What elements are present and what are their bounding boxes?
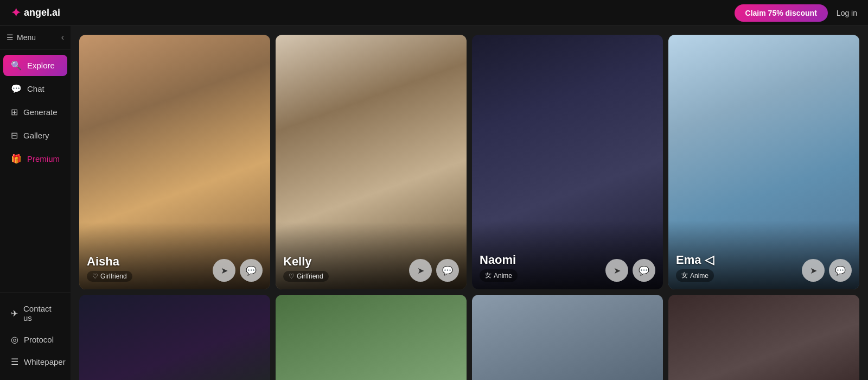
naomi-actions: ➤ 💬 [605,259,655,282]
jack-image [668,295,859,380]
kelly-tag-text: Girlfriend [297,273,323,280]
generate-icon: ⊞ [11,107,18,117]
sidebar-item-explore[interactable]: 🔍 Explore [3,55,67,76]
sidebar-item-premium[interactable]: 🎁 Premium [3,148,67,169]
character-grid: Aisha ♡ Girlfriend ➤ 💬 Kelly ♡ [79,35,859,380]
kelly-actions: ➤ 💬 [409,259,459,282]
card-kelly[interactable]: Kelly ♡ Girlfriend ➤ 💬 [276,35,467,289]
protocol-icon: ◎ [11,334,18,345]
header-right: Claim 75% discount Log in [735,4,857,22]
chat-label: Chat [27,84,44,93]
chat-icon: 💬 [11,84,22,94]
contact-label: Contact us [23,304,60,322]
explore-icon: 🔍 [11,60,22,71]
sidebar-item-protocol[interactable]: ◎ Protocol [3,329,67,350]
card-ethan[interactable]: Ethan ♡ Boyfriend [276,295,467,380]
card-naomi[interactable]: Naomi 女 Anime ➤ 💬 [472,35,663,289]
ema-actions: ➤ 💬 [802,259,852,282]
aisha-chat-button[interactable]: 💬 [240,259,263,282]
sidebar-item-contact[interactable]: ✈ Contact us [3,299,67,328]
naomi-send-button[interactable]: ➤ [605,259,628,282]
logo-icon: ✦ [11,6,21,20]
whitepaper-label: Whitepaper [24,357,66,366]
menu-text: Menu [17,33,36,42]
logo: ✦ angel.ai [11,6,60,20]
hamburger-icon: ☰ [7,33,14,42]
kelly-tag: ♡ Girlfriend [283,271,329,282]
card-aisha[interactable]: Aisha ♡ Girlfriend ➤ 💬 [79,35,270,289]
whitepaper-icon: ☰ [11,357,18,367]
sidebar-item-chat[interactable]: 💬 Chat [3,78,67,99]
sidebar-header: ☰ Menu ‹ [0,33,71,49]
logo-text: angel.ai [24,7,60,18]
premium-label: Premium [27,154,60,163]
kelly-send-button[interactable]: ➤ [409,259,432,282]
sidebar-item-whitepaper[interactable]: ☰ Whitepaper [3,351,67,372]
ethan-image [276,295,467,380]
aaron-image [472,295,663,380]
kelly-tag-icon: ♡ [289,273,295,280]
explore-label: Explore [27,61,55,70]
aisha-actions: ➤ 💬 [213,259,263,282]
sidebar: ☰ Menu ‹ 🔍 Explore 💬 Chat ⊞ Generate ⊟ G… [0,26,71,380]
aisha-send-button[interactable]: ➤ [213,259,235,282]
sidebar-item-gallery[interactable]: ⊟ Gallery [3,125,67,146]
protocol-label: Protocol [24,335,54,344]
naomi-tag-text: Anime [494,272,512,280]
card-jack[interactable]: Jack ♡ Boyfriend [668,295,859,380]
card-ema[interactable]: Ema ◁ 女 Anime ➤ 💬 [668,35,859,289]
aisha-tag-icon: ♡ [92,273,98,280]
main-layout: ☰ Menu ‹ 🔍 Explore 💬 Chat ⊞ Generate ⊟ G… [0,26,868,380]
claim-discount-button[interactable]: Claim 75% discount [735,4,828,22]
header: ✦ angel.ai Claim 75% discount Log in [0,0,868,26]
login-link[interactable]: Log in [837,9,857,17]
naomi-chat-button[interactable]: 💬 [633,259,655,282]
jun-image [79,295,270,380]
naomi-tag: 女 Anime [480,269,518,282]
sidebar-bottom: ✈ Contact us ◎ Protocol ☰ Whitepaper [0,293,71,373]
ema-tag-text: Anime [690,272,709,280]
ema-chat-button[interactable]: 💬 [829,259,852,282]
aisha-tag-text: Girlfriend [100,273,127,280]
aisha-tag: ♡ Girlfriend [87,271,132,282]
card-jun[interactable]: Jun 女 Anime [79,295,270,380]
kelly-chat-button[interactable]: 💬 [436,259,459,282]
naomi-tag-icon: 女 [485,271,492,280]
card-aaron[interactable]: Aaron ♡ Boyfriend [472,295,663,380]
gallery-label: Gallery [23,131,49,140]
ema-tag-icon: 女 [681,271,688,280]
gallery-icon: ⊟ [11,130,18,141]
sidebar-item-generate[interactable]: ⊞ Generate [3,102,67,123]
contact-icon: ✈ [11,308,18,319]
generate-label: Generate [23,107,58,117]
ema-send-button[interactable]: ➤ [802,259,825,282]
ema-tag: 女 Anime [676,269,714,282]
content-area: Aisha ♡ Girlfriend ➤ 💬 Kelly ♡ [71,26,868,380]
premium-icon: 🎁 [11,154,22,164]
menu-label: ☰ Menu [7,33,36,42]
collapse-button[interactable]: ‹ [61,33,64,42]
